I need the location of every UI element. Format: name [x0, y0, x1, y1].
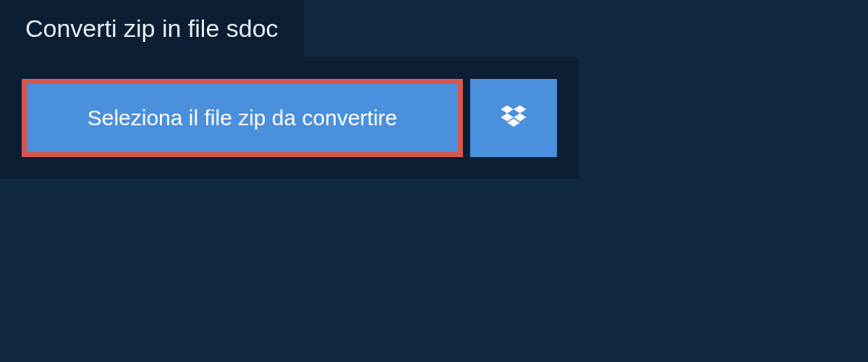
upload-panel: Seleziona il file zip da convertire	[0, 57, 579, 179]
tab-title: Converti zip in file sdoc	[25, 14, 278, 42]
dropbox-button[interactable]	[470, 79, 557, 157]
dropbox-icon	[498, 102, 529, 134]
select-file-button[interactable]: Seleziona il file zip da convertire	[22, 79, 463, 157]
select-file-label: Seleziona il file zip da convertire	[88, 106, 398, 130]
tab-header[interactable]: Converti zip in file sdoc	[0, 0, 304, 57]
